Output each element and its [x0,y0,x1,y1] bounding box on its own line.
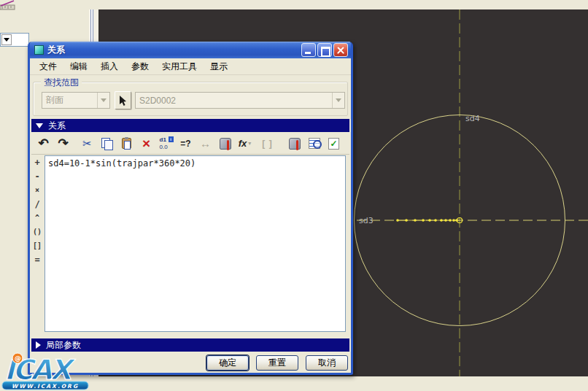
extend-button: ↔ [196,134,215,153]
units-button: [ ] [258,134,277,153]
verify-icon: =? [180,139,190,149]
verify-ok-button[interactable]: ✓ [324,134,344,153]
operator-buttons: + - × / ^ () [] = [30,155,45,266]
background-combobox[interactable] [0,33,29,47]
local-parameters-section-label: 局部参数 [46,339,81,352]
cancel-button[interactable]: 取消 [306,355,348,371]
ruler-icon [0,0,18,10]
reset-button[interactable]: 重置 [256,355,298,371]
paste-button[interactable] [117,134,136,153]
screen: sd4 sd3 关系 文件 编辑 插入 参数 实用工具 [0,0,588,391]
menu-bar: 文件 编辑 插入 参数 实用工具 显示 [30,58,351,75]
copy-button[interactable] [97,134,117,153]
look-in-target-combobox[interactable]: S2D0002 [135,92,345,109]
cut-button[interactable]: ✂ [77,134,97,153]
parameters-thermometer-icon [289,138,301,150]
look-in-label: 查找范围 [41,77,82,89]
dialog-titlebar[interactable]: 关系 [30,42,351,58]
relations-section-header[interactable]: 关系 [31,119,349,132]
relations-dialog: 关系 文件 编辑 插入 参数 实用工具 显示 查找范围 剖面 [28,42,353,375]
evaluate-thermometer-icon [220,138,231,150]
dimension-display-icon: d1 0.0 i [159,136,174,151]
chevron-down-icon: ▾ [248,140,251,147]
operator-minus-button[interactable]: - [31,169,44,183]
extend-icon: ↔ [200,137,211,150]
cursor-arrow-icon [118,95,128,107]
sorted-list-icon [309,138,320,149]
units-icon: [ ] [262,139,272,149]
minimize-button[interactable] [301,43,316,57]
menu-edit[interactable]: 编辑 [63,58,94,75]
redo-button[interactable]: ↷ [53,134,73,153]
undo-icon: ↶ [38,137,48,150]
icax-watermark-logo: ICAX @ WWW.ICAX.ORG [1,352,96,391]
ok-button[interactable]: 确定 [206,355,249,371]
undo-button[interactable]: ↶ [34,134,53,153]
look-in-target-value: S2D0002 [139,96,176,106]
operator-equals-button[interactable]: = [31,252,44,266]
relations-section-label: 关系 [48,120,66,132]
function-icon: fx [239,138,247,149]
checkmark-icon: ✓ [328,138,339,150]
expand-icon [36,341,41,349]
look-in-scope-combobox[interactable]: 剖面 [42,92,110,109]
paste-icon [122,138,131,149]
operator-plus-button[interactable]: + [31,155,44,169]
menu-show[interactable]: 显示 [204,58,234,75]
chevron-down-icon[interactable] [332,93,344,108]
evaluate-button[interactable] [215,134,235,153]
redo-icon: ↷ [58,137,68,150]
menu-file[interactable]: 文件 [33,58,63,75]
verify-relations-button[interactable]: =? [176,134,196,153]
delete-icon: × [142,136,150,150]
menu-utilities[interactable]: 实用工具 [155,58,204,75]
icax-badge: @ [15,355,21,362]
chevron-down-icon[interactable] [97,93,109,108]
operator-power-button[interactable]: ^ [31,211,44,225]
copy-icon [101,138,112,149]
operator-parentheses-button[interactable]: () [31,225,44,239]
toggle-dimension-display-button[interactable]: d1 0.0 i [156,134,176,153]
menu-insert[interactable]: 插入 [94,58,125,75]
icax-banner: WWW.ICAX.ORG [12,383,79,390]
dimension-label-sd3[interactable]: sd3 [359,216,374,225]
maximize-button[interactable] [317,43,332,57]
local-parameters-button[interactable] [285,134,304,153]
background-toolbar-strip [0,0,588,9]
relations-app-icon [34,45,44,55]
delete-button[interactable]: × [136,134,156,153]
operator-divide-button[interactable]: / [31,197,44,211]
collapse-icon [36,123,43,128]
operator-multiply-button[interactable]: × [31,183,44,197]
cut-icon: ✂ [82,137,92,150]
operator-brackets-button[interactable]: [] [31,239,44,252]
close-button[interactable] [333,43,348,57]
look-in-group: 查找范围 剖面 S2D0002 [33,82,348,116]
relations-editor[interactable]: sd4=10-1*sin(trajpar*360*20) [45,155,346,332]
look-in-scope-value: 剖面 [46,94,63,107]
dialog-title: 关系 [47,44,300,56]
sorted-list-button[interactable] [304,134,324,153]
select-item-button[interactable] [115,91,131,109]
insert-function-button[interactable]: fx ▾ [235,134,255,153]
chevron-down-icon[interactable] [1,34,12,45]
relations-toolbar: ↶ ↷ ✂ × d1 0.0 i =? ↔ [31,133,349,155]
local-parameters-section-header[interactable]: 局部参数 [31,338,349,352]
menu-parameters[interactable]: 参数 [125,58,155,75]
dimension-label-sd4[interactable]: sd4 [465,114,480,123]
